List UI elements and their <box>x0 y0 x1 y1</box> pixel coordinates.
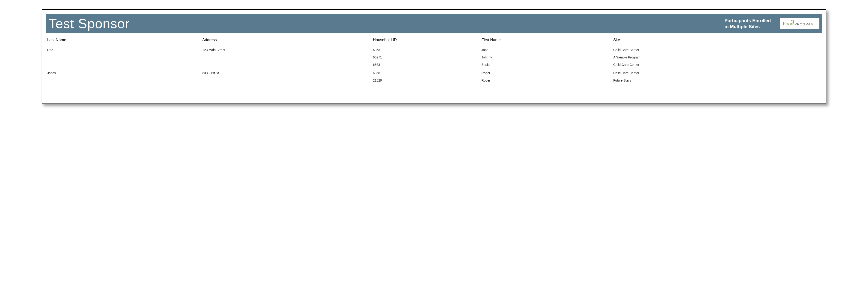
cell-first-name: Jane <box>480 45 613 54</box>
cell-last-name: Doe <box>46 45 201 54</box>
table-row: 21529RogerFuture Stars <box>46 77 822 84</box>
sponsor-title: Test Sponsor <box>49 16 724 31</box>
col-header-first-name: First Name <box>480 36 613 45</box>
table-row: Jones333 First St6368RogerChild Care Cen… <box>46 68 822 77</box>
cell-first-name: Johnny <box>480 53 613 61</box>
cell-first-name: Roger <box>480 77 613 84</box>
table-row: 66271JohnnyA Sample Program <box>46 53 822 61</box>
table-header-row: Last Name Address Household ID First Nam… <box>46 36 822 45</box>
cell-last-name: Jones <box>46 68 201 77</box>
cell-first-name: Susie <box>480 61 613 68</box>
logo-food-text: Food <box>783 21 794 27</box>
col-header-last-name: Last Name <box>46 36 201 45</box>
cell-last-name <box>46 77 201 84</box>
cell-address: 333 First St <box>201 68 372 77</box>
cell-site: Future Stars <box>612 77 822 84</box>
report-name: Participants Enrolled in Multiple Sites <box>724 17 775 30</box>
cell-site: A Sample Program <box>612 53 822 61</box>
participants-table: Last Name Address Household ID First Nam… <box>46 36 822 84</box>
cell-address <box>201 61 372 68</box>
table-row: 6363SusieChild Care Center <box>46 61 822 68</box>
cell-address <box>201 53 372 61</box>
report-container: Test Sponsor Participants Enrolled in Mu… <box>42 9 826 104</box>
cell-last-name <box>46 61 201 68</box>
food-program-logo-icon: MY Food PROGRAM <box>782 19 817 28</box>
cell-household-id: 66271 <box>372 53 480 61</box>
report-header: Test Sponsor Participants Enrolled in Mu… <box>46 14 822 33</box>
logo-program-text: PROGRAM <box>795 22 814 26</box>
cell-address: 123 Main Street <box>201 45 372 54</box>
col-header-household-id: Household ID <box>372 36 480 45</box>
cell-household-id: 6363 <box>372 45 480 54</box>
col-header-site: Site <box>612 36 822 45</box>
cell-household-id: 6368 <box>372 68 480 77</box>
brand-logo: MY Food PROGRAM <box>780 18 819 29</box>
table-area: Last Name Address Household ID First Nam… <box>46 33 822 84</box>
cell-first-name: Roger <box>480 68 613 77</box>
cell-site: Child Care Center <box>612 61 822 68</box>
cell-site: Child Care Center <box>612 45 822 54</box>
table-row: Doe123 Main Street6363JaneChild Care Cen… <box>46 45 822 54</box>
cell-last-name <box>46 53 201 61</box>
cell-address <box>201 77 372 84</box>
col-header-address: Address <box>201 36 372 45</box>
cell-site: Child Care Center <box>612 68 822 77</box>
cell-household-id: 21529 <box>372 77 480 84</box>
cell-household-id: 6363 <box>372 61 480 68</box>
